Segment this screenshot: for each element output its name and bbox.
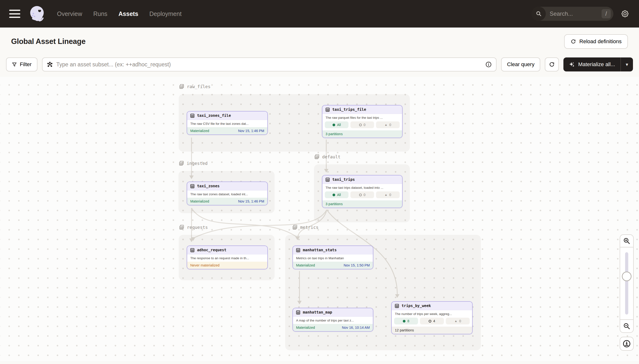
sparkle-icon [569,61,575,68]
lineage-canvas[interactable]: raw_filesingesteddefaultrequestsmetricst… [0,77,639,361]
materialized-status: Materialized [190,129,209,133]
asset-status-footer: MaterializedNov 15, 1:46 PM [187,198,267,205]
asset-name: manhattan_map [303,310,332,314]
asset-node-adhoc_request[interactable]: adhoc_requestThe response to an request … [187,246,268,270]
filter-button[interactable]: Filter [6,58,38,72]
partition-pill[interactable]: 4 [420,318,444,324]
success-dot-icon [403,320,405,322]
asset-node-manhattan_stats[interactable]: manhattan_statsMetrics on taxi trips in … [292,246,373,270]
asset-description: The raw taxi zones dataset, loaded int..… [187,190,267,198]
partition-pill[interactable]: All [325,122,348,128]
partition-pill[interactable]: 0 [350,122,374,128]
asset-name: taxi_zones_file [197,114,231,118]
asset-node-header[interactable]: trips_by_week [392,302,472,310]
asset-group-label-ingested[interactable]: ingested [179,161,208,166]
asset-group-icon [292,225,298,230]
asset-group-icon [179,225,184,230]
asset-node-header[interactable]: taxi_trips_file [322,106,402,114]
zoom-in-button[interactable] [620,234,634,248]
zoom-slider-handle[interactable] [622,272,631,281]
asset-node-header[interactable]: taxi_trips [322,176,402,184]
nav-item-deployment[interactable]: Deployment [150,10,182,18]
asset-query-placeholder: Type an asset subset... (ex: ++adhoc_req… [56,61,482,68]
zoom-in-icon [623,237,630,244]
materialize-all-button[interactable]: Materialize all... ▾ [563,58,633,72]
asset-status-footer: 12 partitions [392,326,472,334]
partition-pill[interactable]: 0 [350,192,374,198]
zoom-slider-track[interactable] [625,252,628,314]
download-image-button[interactable] [620,337,634,351]
info-icon[interactable] [485,61,492,68]
in-progress-triangle-icon: ▲ [384,193,387,196]
in-progress-triangle-icon: ▲ [454,320,457,322]
asset-node-header[interactable]: manhattan_map [293,308,373,317]
asset-node-taxi_zones[interactable]: taxi_zonesThe raw taxi zones dataset, lo… [187,182,268,206]
op-selector-icon [47,62,53,68]
partition-health-pills: All0▲0 [322,191,402,200]
page-header: Global Asset Lineage Reload definitions [0,28,639,56]
nav-item-assets[interactable]: Assets [119,10,138,18]
asset-query-input[interactable]: Type an asset subset... (ex: ++adhoc_req… [42,58,497,72]
asset-group-icon [314,154,320,159]
asset-group-label-metrics[interactable]: metrics [292,225,319,230]
download-icon [622,340,631,348]
materialized-timestamp[interactable]: Nov 15, 1:50 PM [344,263,370,267]
asset-description: The raw CSV file for the taxi zones dat.… [187,120,267,127]
zoom-out-button[interactable] [620,319,634,333]
asset-group-label-raw_files[interactable]: raw_files [179,84,211,89]
table-icon [190,114,194,118]
asset-status-footer: MaterializedNov 15, 1:50 PM [293,262,373,269]
asset-name: manhattan_stats [303,248,337,252]
table-icon [296,248,300,252]
partition-pill[interactable]: 8 [394,318,418,324]
search-input[interactable]: Search... / [532,7,613,21]
top-nav-bar: Overview Runs Assets Deployment Search..… [0,0,639,28]
asset-node-header[interactable]: taxi_zones_file [187,112,267,120]
asset-description: Metrics on taxi trips in Manhattan [293,254,373,262]
dagster-logo-icon[interactable] [28,4,46,23]
search-shortcut-badge: / [601,9,611,18]
asset-node-manhattan_map[interactable]: manhattan_mapA map of the number of trip… [292,308,373,332]
asset-name: adhoc_request [197,248,226,252]
reload-icon [570,38,576,44]
reload-definitions-button[interactable]: Reload definitions [564,34,628,49]
asset-status-footer: Never materialized [187,262,267,269]
success-dot-icon [333,194,335,196]
zoom-slider[interactable] [620,248,634,319]
refresh-icon [549,61,555,68]
materialize-dropdown-caret[interactable]: ▾ [621,62,633,67]
nav-item-runs[interactable]: Runs [93,10,107,18]
partition-pill[interactable]: ▲0 [376,192,400,198]
failed-ring-icon [359,124,362,126]
asset-node-header[interactable]: manhattan_stats [293,246,373,254]
partition-health-pills: All0▲0 [322,121,402,130]
asset-node-taxi_zones_file[interactable]: taxi_zones_fileThe raw CSV file for the … [187,111,268,135]
asset-node-taxi_trips_file[interactable]: taxi_trips_fileThe raw parquet files for… [322,105,403,138]
refresh-button[interactable] [545,58,559,72]
canvas-zoom-controls [620,234,634,351]
materialized-timestamp[interactable]: Nov 16, 10:14 AM [342,326,370,330]
asset-description: The response to an request made in th... [187,254,267,262]
asset-node-taxi_trips[interactable]: taxi_tripsThe raw taxi trips dataset, lo… [322,175,403,208]
partition-pill[interactable]: ▲0 [446,318,470,324]
table-icon [190,184,194,188]
materialized-timestamp[interactable]: Nov 15, 1:46 PM [238,200,264,203]
partition-pill[interactable]: All [325,192,348,198]
asset-group-label-requests[interactable]: requests [179,225,208,230]
asset-node-header[interactable]: adhoc_request [187,246,267,254]
asset-group-icon [179,84,184,89]
nav-item-overview[interactable]: Overview [57,10,82,18]
materialized-timestamp[interactable]: Nov 15, 1:46 PM [238,129,264,133]
settings-gear-icon[interactable] [620,9,630,18]
search-placeholder: Search... [550,10,601,17]
partition-pill[interactable]: ▲0 [376,122,400,128]
asset-status-footer: 3 partitions [322,130,402,138]
clear-query-button[interactable]: Clear query [501,58,540,72]
primary-nav: Overview Runs Assets Deployment [57,10,182,18]
table-icon [296,310,300,314]
lineage-toolbar: Filter Type an asset subset... (ex: ++ad… [0,56,639,77]
asset-node-trips_by_week[interactable]: trips_by_weekThe number of trips per wee… [391,301,473,334]
asset-node-header[interactable]: taxi_zones [187,182,267,190]
asset-group-label-default[interactable]: default [314,154,341,159]
hamburger-menu-icon[interactable] [9,10,20,18]
